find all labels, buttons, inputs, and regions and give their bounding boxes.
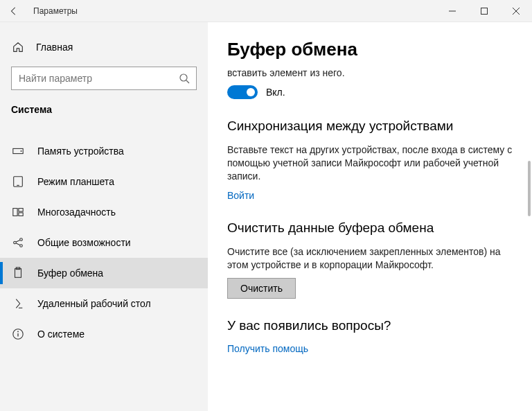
nav-home-label: Главная	[36, 42, 73, 53]
svg-rect-8	[13, 209, 17, 216]
multitasking-icon	[11, 205, 25, 219]
clear-desc: Очистите все (за исключением закрепленны…	[227, 245, 513, 272]
minimize-button[interactable]	[436, 0, 468, 22]
nav-home[interactable]: Главная	[0, 33, 208, 61]
nav-item-label: О системе	[37, 329, 85, 340]
clear-button[interactable]: Очистить	[227, 278, 296, 299]
svg-point-21	[17, 331, 19, 333]
nav-item-tablet[interactable]: Режим планшета	[0, 166, 208, 197]
help-heading: У вас появились вопросы?	[227, 318, 513, 333]
svg-line-15	[16, 243, 19, 245]
sidebar: Главная Система Память устройства	[0, 22, 208, 411]
clear-heading: Очистить данные буфера обмена	[227, 220, 513, 236]
sync-heading: Синхронизация между устройствами	[227, 119, 513, 134]
svg-point-13	[20, 245, 23, 247]
shared-icon	[11, 236, 25, 250]
svg-point-11	[14, 241, 17, 244]
tablet-icon	[11, 175, 25, 189]
svg-rect-9	[19, 209, 23, 212]
search-icon	[172, 67, 196, 90]
nav-item-about[interactable]: О системе	[0, 319, 208, 349]
content-pane: Буфер обмена вставить элемент из него. В…	[208, 22, 532, 411]
signin-link[interactable]: Войти	[227, 190, 254, 201]
search-input[interactable]	[12, 73, 172, 84]
svg-point-12	[20, 238, 23, 241]
svg-point-5	[21, 150, 22, 152]
toggle-label: Вкл.	[266, 87, 285, 98]
nav-item-label: Память устройства	[37, 146, 124, 157]
help-link[interactable]: Получить помощь	[227, 343, 308, 354]
nav-item-label: Общие возможности	[37, 237, 131, 248]
remote-icon	[11, 297, 25, 311]
storage-icon	[11, 144, 25, 158]
search-box[interactable]	[11, 67, 197, 90]
svg-point-2	[180, 74, 187, 81]
maximize-button[interactable]	[468, 0, 500, 22]
nav-item-label: Многозадачность	[37, 207, 116, 218]
clipboard-icon	[11, 266, 25, 280]
nav-item-clipboard[interactable]: Буфер обмена	[0, 258, 208, 288]
svg-line-14	[16, 240, 19, 242]
nav-item-label: Режим планшета	[37, 176, 114, 187]
nav-category: Система	[0, 98, 208, 122]
scrollbar-thumb[interactable]	[528, 161, 531, 216]
nav-item-label: Удаленный рабочий стол	[37, 298, 151, 309]
svg-line-3	[186, 80, 189, 83]
nav-item-multitasking[interactable]: Многозадачность	[0, 197, 208, 227]
history-desc: вставить элемент из него.	[227, 67, 513, 78]
sync-desc: Вставьте текст на других устройствах, по…	[227, 143, 513, 183]
back-button[interactable]	[0, 0, 28, 22]
titlebar: Параметры	[0, 0, 532, 22]
page-title: Буфер обмена	[227, 39, 513, 60]
svg-rect-1	[481, 8, 488, 14]
window-title: Параметры	[28, 6, 78, 16]
info-icon	[11, 327, 25, 341]
svg-rect-16	[15, 269, 21, 278]
home-icon	[11, 40, 25, 54]
close-button[interactable]	[500, 0, 532, 22]
nav-item-remote[interactable]: Удаленный рабочий стол	[0, 288, 208, 319]
nav-item-label: Буфер обмена	[37, 268, 103, 279]
history-toggle[interactable]	[227, 85, 258, 99]
nav-item-shared[interactable]: Общие возможности	[0, 227, 208, 258]
svg-rect-10	[19, 213, 23, 216]
nav-item-storage[interactable]: Память устройства	[0, 136, 208, 166]
